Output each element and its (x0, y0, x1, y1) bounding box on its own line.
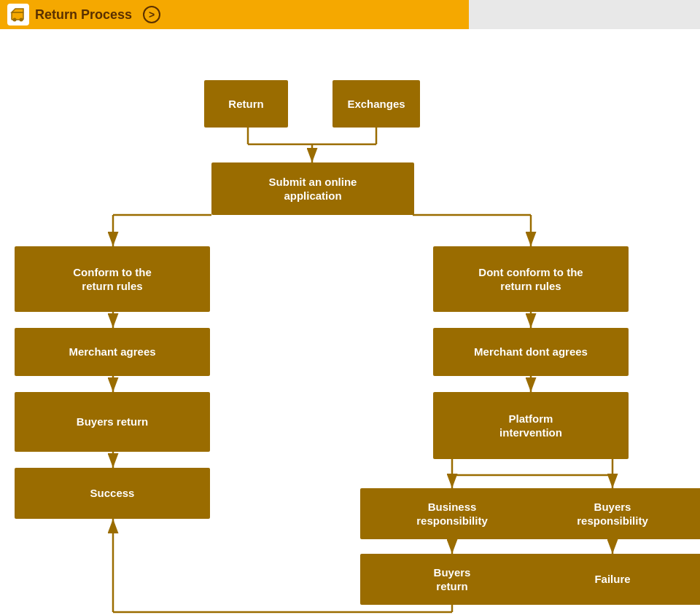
header-icon (7, 4, 29, 26)
conform-box: Conform to the return rules (15, 246, 210, 312)
svg-marker-3 (12, 9, 23, 12)
svg-point-1 (13, 18, 17, 22)
success-box: Success (15, 468, 210, 519)
return-box: Return (204, 80, 288, 128)
header-nav-arrow[interactable]: > (143, 6, 160, 23)
merchant-agrees-box: Merchant agrees (15, 328, 210, 376)
buyers-return-left-box: Buyers return (15, 392, 210, 452)
header-title: Return Process (35, 7, 132, 23)
business-resp-box: Business responsibility (360, 488, 544, 539)
exchanges-box: Exchanges (332, 80, 420, 128)
platform-box: Platform intervention (433, 392, 629, 459)
svg-point-2 (20, 18, 23, 22)
buyers-resp-box: Buyers responsibility (521, 488, 700, 539)
merchant-dont-box: Merchant dont agrees (433, 328, 629, 376)
buyers-return-right-box: Buyers return (360, 554, 544, 605)
submit-box: Submit an online application (211, 162, 414, 215)
failure-box: Failure (521, 554, 700, 605)
header: Return Process > (0, 0, 700, 29)
dont-conform-box: Dont conform to the return rules (433, 246, 629, 312)
flowchart: Return Exchanges Submit an online applic… (0, 29, 700, 615)
